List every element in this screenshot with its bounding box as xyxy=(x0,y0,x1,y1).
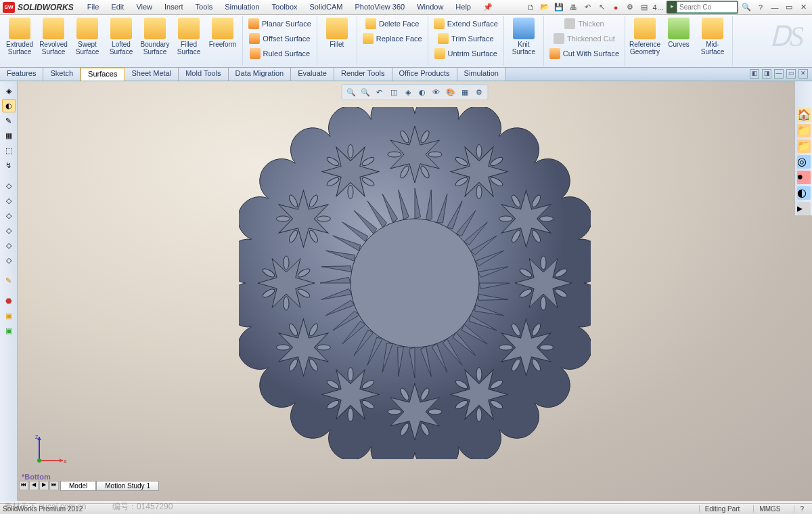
undo-button[interactable]: ↶ xyxy=(581,1,593,14)
rt-tool-2[interactable]: 📁 xyxy=(797,124,811,137)
doc-next-icon[interactable]: ◨ xyxy=(762,69,771,79)
lt-tool-15[interactable]: ▣ xyxy=(2,309,16,322)
cut-with-surface-button[interactable]: Cut With Surface xyxy=(547,46,622,61)
save-button[interactable]: 💾 xyxy=(553,1,565,14)
menu-toolbox[interactable]: Toolbox xyxy=(267,1,303,13)
open-button[interactable]: 📂 xyxy=(539,1,551,14)
status-units[interactable]: MMGS xyxy=(753,505,786,513)
view-settings-icon[interactable]: ⚙ xyxy=(473,86,485,98)
tab-moldtools[interactable]: Mold Tools xyxy=(179,68,228,81)
doc-min-icon[interactable]: ― xyxy=(774,69,784,79)
lt-tool-4[interactable]: ▦ xyxy=(2,129,16,142)
swept-surface-button[interactable]: Swept Surface xyxy=(70,16,104,56)
offset-surface-button[interactable]: Offset Surface xyxy=(246,31,313,46)
lt-tool-16[interactable]: ▣ xyxy=(2,324,16,337)
close-button[interactable]: ✕ xyxy=(797,1,809,14)
help-button[interactable]: ? xyxy=(754,1,767,14)
untrim-surface-button[interactable]: Untrim Surface xyxy=(432,46,500,61)
rt-tool-4[interactable]: ◎ xyxy=(797,155,811,169)
print-button[interactable]: 🖶 xyxy=(567,1,579,14)
lt-tool-2[interactable]: ◐ xyxy=(2,99,16,112)
tab-surfaces[interactable]: Surfaces xyxy=(81,68,125,81)
lt-tool-14[interactable]: ⬣ xyxy=(2,294,16,307)
reference-geometry-button[interactable]: Reference Geometry xyxy=(628,16,662,56)
knit-surface-button[interactable]: Knit Surface xyxy=(507,16,541,56)
menu-pin-icon[interactable]: 📌 xyxy=(478,1,498,13)
menu-window[interactable]: Window xyxy=(411,1,449,13)
prev-view-icon[interactable]: ↶ xyxy=(374,86,386,98)
lt-tool-6[interactable]: ↯ xyxy=(2,158,16,172)
orientation-triad[interactable]: x z xyxy=(32,433,66,469)
trim-surface-button[interactable]: Trim Surface xyxy=(435,31,497,46)
lt-tool-1[interactable]: ◈ xyxy=(2,84,16,98)
rt-home-icon[interactable]: 🏠 xyxy=(797,108,811,122)
freeform-button[interactable]: Freeform xyxy=(206,16,240,48)
rt-tool-5[interactable]: ● xyxy=(797,171,811,184)
extruded-surface-button[interactable]: Extruded Surface xyxy=(3,16,37,56)
extend-surface-button[interactable]: Extend Surface xyxy=(431,16,501,31)
lofted-surface-button[interactable]: Lofted Surface xyxy=(104,16,138,56)
tab-nav-first[interactable]: ⏮ xyxy=(19,481,28,490)
menu-solidcam[interactable]: SolidCAM xyxy=(304,1,348,13)
revolved-surface-button[interactable]: Revolved Surface xyxy=(37,16,70,56)
filled-surface-button[interactable]: Filled Surface xyxy=(172,16,206,56)
hide-show-icon[interactable]: 👁 xyxy=(430,86,443,98)
new-doc-button[interactable]: 🗋 xyxy=(524,1,537,14)
menu-edit[interactable]: Edit xyxy=(106,1,129,13)
menu-help[interactable]: Help xyxy=(450,1,476,13)
planar-surface-button[interactable]: Planar Surface xyxy=(246,16,314,31)
tab-nav-last[interactable]: ⏭ xyxy=(49,481,59,490)
tab-nav-next[interactable]: ▶ xyxy=(39,481,49,490)
search-go-icon[interactable]: 🔍 xyxy=(740,1,752,14)
minimize-button[interactable]: ― xyxy=(769,1,781,14)
fillet-button[interactable]: Fillet xyxy=(320,16,354,48)
zoom-fit-icon[interactable]: 🔍 xyxy=(345,86,357,98)
select-button[interactable]: ↖ xyxy=(595,1,608,14)
tab-sheetmetal[interactable]: Sheet Metal xyxy=(125,68,179,81)
ruled-surface-button[interactable]: Ruled Surface xyxy=(247,46,313,61)
tab-features[interactable]: Features xyxy=(0,68,43,81)
doc-max-icon[interactable]: ▭ xyxy=(786,69,796,79)
delete-face-button[interactable]: Delete Face xyxy=(363,16,422,31)
menu-simulation[interactable]: Simulation xyxy=(219,1,265,13)
tab-simulation[interactable]: Simulation xyxy=(457,68,506,81)
boundary-surface-button[interactable]: Boundary Surface xyxy=(138,16,172,56)
search-input[interactable] xyxy=(677,1,738,13)
graphics-viewport[interactable]: 🔍 🔍 ↶ ◫ ◈ ◐ 👁 🎨 ▦ ⚙ xyxy=(18,81,812,501)
menu-insert[interactable]: Insert xyxy=(159,1,189,13)
misc-button[interactable]: ▤ xyxy=(638,1,650,14)
lt-tool-13[interactable]: ✎ xyxy=(2,274,16,287)
doc-prev-icon[interactable]: ◧ xyxy=(750,69,759,79)
view-orient-icon[interactable]: ◈ xyxy=(402,86,414,98)
zoom-area-icon[interactable]: 🔍 xyxy=(359,86,371,98)
menu-photoview[interactable]: PhotoView 360 xyxy=(349,1,410,13)
menu-tools[interactable]: Tools xyxy=(190,1,219,13)
appearance-icon[interactable]: 🎨 xyxy=(445,86,457,98)
lt-tool-7[interactable]: ◇ xyxy=(2,179,16,192)
lt-tool-8[interactable]: ◇ xyxy=(2,194,16,207)
options-button[interactable]: ⚙ xyxy=(624,1,636,14)
scene-icon[interactable]: ▦ xyxy=(459,86,471,98)
tab-officeproducts[interactable]: Office Products xyxy=(392,68,457,81)
lt-tool-12[interactable]: ◇ xyxy=(2,253,16,267)
lt-tool-3[interactable]: ✎ xyxy=(2,114,16,127)
rt-tool-3[interactable]: 📁 xyxy=(797,140,811,153)
doc-tab-model[interactable]: Model xyxy=(60,481,96,491)
tab-nav-prev[interactable]: ◀ xyxy=(29,481,39,490)
misc2-button[interactable]: 4… xyxy=(652,1,664,14)
menu-view[interactable]: View xyxy=(131,1,158,13)
lt-tool-5[interactable]: ⬚ xyxy=(2,144,16,157)
display-style-icon[interactable]: ◐ xyxy=(416,86,428,98)
rt-tool-7[interactable]: ▸ xyxy=(797,202,811,215)
lt-tool-11[interactable]: ◇ xyxy=(2,238,16,252)
lt-tool-9[interactable]: ◇ xyxy=(2,209,16,222)
tab-evaluate[interactable]: Evaluate xyxy=(291,68,334,81)
replace-face-button[interactable]: Replace Face xyxy=(360,31,425,46)
doc-tab-motion[interactable]: Motion Study 1 xyxy=(96,481,159,491)
menu-file[interactable]: File xyxy=(82,1,105,13)
status-help-icon[interactable]: ? xyxy=(794,505,809,513)
tab-sketch[interactable]: Sketch xyxy=(43,68,81,81)
lt-tool-10[interactable]: ◇ xyxy=(2,223,16,237)
curves-button[interactable]: Curves xyxy=(662,16,696,48)
maximize-button[interactable]: ▭ xyxy=(783,1,795,14)
